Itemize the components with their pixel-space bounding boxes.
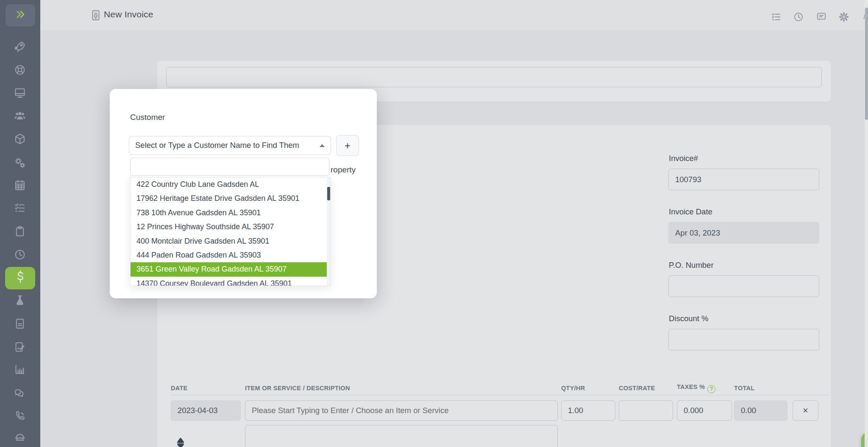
customer-option[interactable]: 444 Paden Road Gadsden AL 35903 [131,248,330,262]
options-scrollbar-thumb[interactable] [327,187,330,200]
add-customer-button[interactable]: + [336,135,359,156]
customer-select-value: Select or Type a Customer Name to Find T… [135,141,299,150]
property-label-partial: roperty [331,165,360,175]
customer-search-input[interactable] [130,158,329,176]
customer-option[interactable]: 738 10th Avenue Gadsden AL 35901 [131,206,330,220]
customer-option[interactable]: 422 Country Club Lane Gadsden AL [131,178,330,192]
page-scrollbar [865,0,868,447]
customer-options-list: 422 Country Club Lane Gadsden AL 17962 H… [130,177,331,286]
customer-option[interactable]: 14370 Coursey Boulevard Gadsden AL 35901 [131,277,330,286]
customer-label: Customer [130,113,165,122]
customer-option[interactable]: 400 Montclair Drive Gadsden AL 35901 [131,234,330,248]
customer-option[interactable]: 17962 Heritage Estate Drive Gadsden AL 3… [131,192,330,205]
customer-option[interactable]: 12 Princes Highway Southside AL 35907 [131,220,330,234]
caret-up-icon [320,144,325,147]
page-scrollbar-thumb[interactable] [865,8,868,120]
options-scrollbar [327,178,330,286]
customer-select-box[interactable]: Select or Type a Customer Name to Find T… [129,136,331,155]
customer-option-selected[interactable]: 3651 Green Valley Road Gadsden AL 35907 [131,262,330,276]
customer-select-modal: Customer Select or Type a Customer Name … [110,89,377,298]
